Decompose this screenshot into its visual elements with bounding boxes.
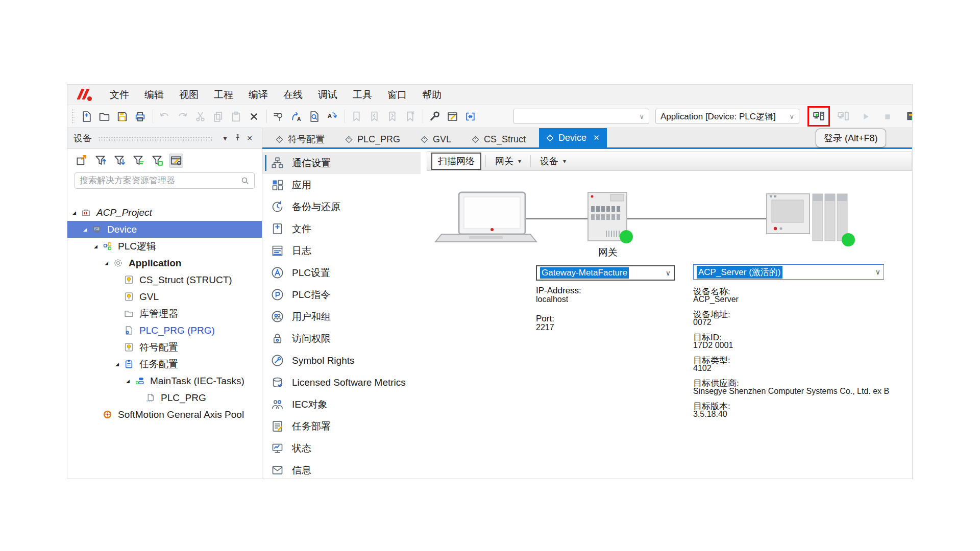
undo-button[interactable] xyxy=(156,108,173,124)
new-window-button[interactable] xyxy=(75,154,89,168)
tab-cs-struct[interactable]: CS_Struct xyxy=(464,131,533,147)
replace-in-files-button[interactable]: A xyxy=(324,108,340,124)
menu-edit[interactable]: 编辑 xyxy=(137,85,172,105)
tree-item-library-manager[interactable]: 库管理器 xyxy=(67,305,262,322)
expand-arrow-icon[interactable]: ◢ xyxy=(83,227,92,232)
tree-item-cs-struct[interactable]: CS_Struct (STRUCT) xyxy=(67,271,262,288)
tree-item-gvl[interactable]: GVL xyxy=(67,288,262,305)
tab-close-icon[interactable]: ✕ xyxy=(593,133,600,142)
tree-item-task-config[interactable]: ◢ 任务配置 xyxy=(67,356,262,372)
menu-window[interactable]: 窗口 xyxy=(380,85,414,105)
nav-backup-restore[interactable]: 备份与还原 xyxy=(262,196,421,218)
port-value: 2217 xyxy=(536,323,554,332)
login-button[interactable] xyxy=(811,108,827,124)
print-button[interactable] xyxy=(132,108,148,124)
bookmark-toggle-button[interactable] xyxy=(348,108,364,124)
nav-licensed-software-metrics[interactable]: Licensed Software Metrics xyxy=(262,371,421,393)
filter-expand-button[interactable] xyxy=(112,154,127,168)
tab-symbol-config[interactable]: 符号配置 xyxy=(268,131,332,147)
tree-item-maintask-plc-prg[interactable]: N 0 1 PLC_PRG xyxy=(67,389,262,406)
copy-button[interactable] xyxy=(210,108,226,124)
nav-status[interactable]: 状态 xyxy=(262,437,421,459)
nav-symbol-rights[interactable]: Symbol Rights xyxy=(262,349,421,371)
expand-arrow-icon[interactable]: ◢ xyxy=(115,362,124,367)
filter-list-button[interactable] xyxy=(131,154,145,168)
save-button[interactable] xyxy=(114,108,130,124)
toolbar-grip[interactable] xyxy=(71,109,75,124)
chevron-down-icon: ▾ xyxy=(518,158,521,165)
rename-refactor-button[interactable]: A xyxy=(288,108,304,124)
tab-gvl[interactable]: GVL xyxy=(413,131,458,147)
device-menu-button[interactable]: 设备▾ xyxy=(535,154,571,169)
active-application-combobox[interactable]: Application [Device: PLC逻辑]∨ xyxy=(655,109,799,124)
tree-item-application[interactable]: ◢ Application xyxy=(67,255,262,271)
panel-close-icon[interactable]: ✕ xyxy=(243,134,256,142)
tree-item-device[interactable]: ◢ Device xyxy=(67,221,262,238)
gateway-selector-combobox[interactable]: Gateway-MetaFacture ∨ xyxy=(536,265,675,281)
tree-item-plc-prg[interactable]: PLC_PRG (PRG) xyxy=(67,322,262,339)
menu-debug[interactable]: 调试 xyxy=(310,85,345,105)
tree-item-plc-logic[interactable]: ◢ PLC逻辑 xyxy=(67,238,262,255)
device-selector-combobox[interactable]: ∨ xyxy=(513,109,649,124)
delete-button[interactable] xyxy=(246,108,262,124)
find-replace-button[interactable] xyxy=(270,108,286,124)
nav-access-rights[interactable]: 访问权限 xyxy=(262,328,421,349)
bookmark-next-button[interactable] xyxy=(384,108,400,124)
bookmark-previous-button[interactable] xyxy=(366,108,382,124)
expand-arrow-icon[interactable]: ◢ xyxy=(126,379,135,384)
redo-button[interactable] xyxy=(174,108,190,124)
menu-file[interactable]: 文件 xyxy=(102,85,137,105)
filter-collapse-button[interactable] xyxy=(93,154,108,168)
bookmark-clear-button[interactable] xyxy=(402,108,418,124)
nav-plc-settings[interactable]: PLC设置 xyxy=(262,262,421,284)
menu-online[interactable]: 在线 xyxy=(276,85,310,105)
expand-arrow-icon[interactable]: ◢ xyxy=(105,261,113,266)
panel-pin-icon[interactable] xyxy=(231,134,243,143)
menu-build[interactable]: 编译 xyxy=(241,85,276,105)
nav-communication-settings[interactable]: 通信设置 xyxy=(262,152,421,174)
solution-search-box[interactable] xyxy=(75,172,255,189)
menu-view[interactable]: 视图 xyxy=(172,85,206,105)
gateway-menu-button[interactable]: 网关▾ xyxy=(490,154,526,169)
cut-button[interactable] xyxy=(192,108,208,124)
paste-button[interactable] xyxy=(228,108,244,124)
expand-arrow-icon[interactable]: ◢ xyxy=(94,244,103,249)
scan-network-button[interactable]: 扫描网络 xyxy=(431,153,481,170)
stop-button[interactable] xyxy=(879,108,895,124)
nav-log[interactable]: 日志 xyxy=(262,240,421,262)
search-input[interactable] xyxy=(80,176,240,186)
nav-users-groups[interactable]: 用户和组 xyxy=(262,306,421,328)
open-project-button[interactable] xyxy=(96,108,112,124)
find-in-files-button[interactable] xyxy=(306,108,322,124)
struct-pou-icon xyxy=(124,275,137,285)
filter-save-button[interactable] xyxy=(150,154,164,168)
tab-device[interactable]: Device✕ xyxy=(539,128,607,147)
tree-item-softmotion-pool[interactable]: SoftMotion General Axis Pool xyxy=(67,406,262,423)
nav-plc-shell[interactable]: PLC指令 xyxy=(262,284,421,306)
nav-iec-objects[interactable]: IEC对象 xyxy=(262,393,421,415)
menu-tools[interactable]: 工具 xyxy=(345,85,380,105)
gateway-menu-label: 网关 xyxy=(495,155,513,167)
properties-window-button[interactable] xyxy=(169,154,183,168)
build-tools-button[interactable] xyxy=(426,108,443,124)
communication-settings-button[interactable] xyxy=(462,108,478,124)
nav-files[interactable]: 文件 xyxy=(262,218,421,240)
logout-button[interactable] xyxy=(835,108,851,124)
tab-plc-prg[interactable]: PLC_PRG xyxy=(338,131,407,147)
start-button[interactable] xyxy=(857,108,873,124)
target-device-combobox[interactable]: ACP_Server (激活的) ∨ xyxy=(693,264,884,280)
panel-drag-grip[interactable] xyxy=(98,136,213,141)
online-config-mode-button[interactable] xyxy=(904,108,913,124)
nav-task-deployment[interactable]: 任务部署 xyxy=(262,415,421,437)
tree-item-symbol-config[interactable]: 符号配置 xyxy=(67,339,262,356)
expand-arrow-icon[interactable]: ◢ xyxy=(72,210,81,215)
nav-information[interactable]: 信息 xyxy=(262,459,421,479)
menu-help[interactable]: 帮助 xyxy=(414,85,449,105)
tree-item-maintask[interactable]: ◢ MainTask (IEC-Tasks) xyxy=(67,372,262,389)
nav-applications[interactable]: 应用 xyxy=(262,174,421,196)
menu-project[interactable]: 工程 xyxy=(206,85,241,105)
panel-menu-chevron-icon[interactable]: ▾ xyxy=(219,134,231,142)
edit-object-button[interactable] xyxy=(444,108,460,124)
tree-item-project[interactable]: ◢ ACP_Project xyxy=(67,204,262,221)
new-file-button[interactable] xyxy=(78,108,94,124)
